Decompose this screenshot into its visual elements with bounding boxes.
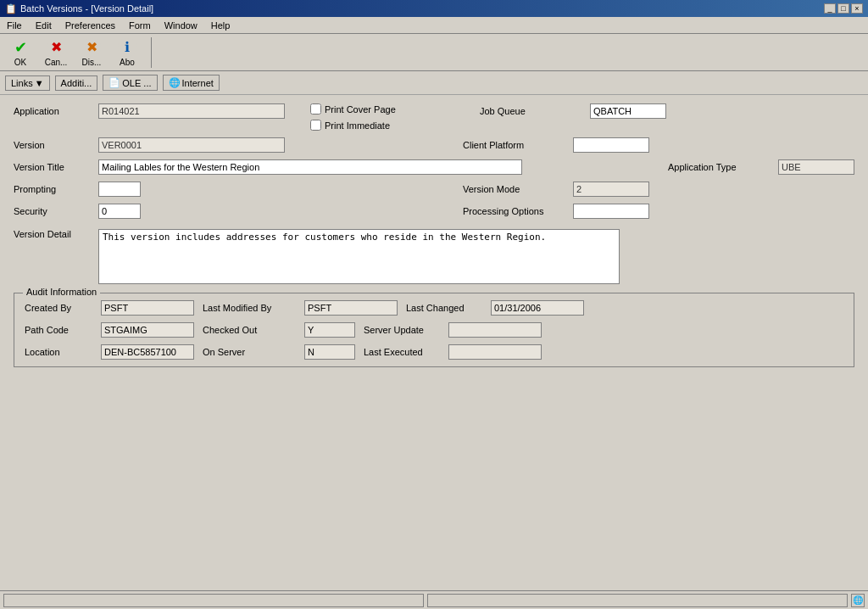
app-icon: 📋 <box>5 3 17 14</box>
audit-section: Audit Information Created By Last Modifi… <box>14 293 854 367</box>
restore-button[interactable]: □ <box>837 3 849 14</box>
version-mode-label: Version Mode <box>463 184 573 194</box>
link-bar: Links ▼ Additi... 📄 OLE ... 🌐 Internet <box>0 71 868 95</box>
minimize-button[interactable]: _ <box>824 3 836 14</box>
version-detail-label: Version Detail <box>14 229 98 239</box>
created-by-label: Created By <box>25 303 92 313</box>
ok-button[interactable]: ✔ OK <box>5 36 36 69</box>
about-icon: ℹ <box>118 38 136 57</box>
cancel-button[interactable]: ✖ Can... <box>41 36 71 69</box>
job-queue-input[interactable] <box>590 103 666 119</box>
prompting-label: Prompting <box>14 184 98 194</box>
path-code-label: Path Code <box>25 325 92 335</box>
window-title: Batch Versions - [Version Detail] <box>20 3 153 14</box>
created-by-input[interactable] <box>101 300 194 316</box>
prompting-input[interactable] <box>98 182 141 197</box>
version-title-label: Version Title <box>14 162 98 172</box>
version-detail-textarea[interactable] <box>98 229 620 284</box>
print-cover-label: Print Cover Page <box>325 104 396 115</box>
version-mode-input[interactable] <box>573 182 649 197</box>
last-modified-by-label: Last Modified By <box>203 303 296 313</box>
ok-icon: ✔ <box>11 38 30 57</box>
title-bar: 📋 Batch Versions - [Version Detail] _ □ … <box>0 0 868 17</box>
ole-label: OLE ... <box>122 78 151 88</box>
menu-help[interactable]: Help <box>208 20 234 31</box>
status-bar: 🌐 <box>0 590 868 609</box>
title-bar-left: 📋 Batch Versions - [Version Detail] <box>5 3 153 14</box>
version-input[interactable] <box>98 137 285 153</box>
server-update-input[interactable] <box>448 322 542 338</box>
menu-preferences[interactable]: Preferences <box>62 20 119 31</box>
main-content: Application Print Cover Page Print Immed… <box>0 95 868 590</box>
checked-out-input[interactable] <box>304 322 355 338</box>
application-label: Application <box>14 106 98 116</box>
on-server-label: On Server <box>203 347 296 357</box>
menu-file[interactable]: File <box>3 20 25 31</box>
print-immediate-checkbox[interactable] <box>310 120 321 131</box>
server-update-label: Server Update <box>364 325 440 335</box>
print-cover-row: Print Cover Page <box>310 103 463 115</box>
discard-icon: ✖ <box>82 38 101 57</box>
internet-label: Internet <box>182 78 214 88</box>
job-queue-label: Job Queue <box>480 106 590 116</box>
links-button[interactable]: Links ▼ <box>5 75 50 91</box>
application-input[interactable] <box>98 103 285 119</box>
internet-icon: 🌐 <box>169 77 181 88</box>
audit-row-2: Path Code Checked Out Server Update <box>25 322 843 338</box>
processing-options-input[interactable] <box>573 204 649 219</box>
version-label: Version <box>14 140 98 150</box>
on-server-input[interactable] <box>304 344 355 360</box>
last-changed-input[interactable] <box>491 300 584 316</box>
print-immediate-row: Print Immediate <box>310 120 463 131</box>
security-input[interactable] <box>98 204 141 219</box>
last-executed-input[interactable] <box>448 344 542 360</box>
checkbox-group: Print Cover Page Print Immediate <box>310 103 463 131</box>
checked-out-label: Checked Out <box>203 325 296 335</box>
location-label: Location <box>25 347 92 357</box>
menu-edit[interactable]: Edit <box>32 20 55 31</box>
processing-options-label: Processing Options <box>463 206 573 216</box>
links-arrow-icon: ▼ <box>35 78 44 88</box>
client-platform-input[interactable] <box>573 137 649 153</box>
last-changed-label: Last Changed <box>406 303 482 313</box>
ole-button[interactable]: 📄 OLE ... <box>103 75 157 91</box>
path-code-input[interactable] <box>101 322 194 338</box>
cancel-icon: ✖ <box>47 38 65 57</box>
version-detail-row: Version Detail <box>14 229 854 284</box>
client-platform-label: Client Platform <box>463 140 573 150</box>
ole-icon: 📄 <box>108 77 120 88</box>
menu-window[interactable]: Window <box>161 20 201 31</box>
additi-button[interactable]: Additi... <box>55 75 98 91</box>
about-label: Abo <box>120 58 135 67</box>
audit-legend: Audit Information <box>23 287 100 297</box>
toolbar: ✔ OK ✖ Can... ✖ Dis... ℹ Abo <box>0 34 868 71</box>
security-label: Security <box>14 206 98 216</box>
cancel-label: Can... <box>45 58 68 67</box>
menu-bar: File Edit Preferences Form Window Help <box>0 17 868 34</box>
application-type-label: Application Type <box>668 162 778 172</box>
toolbar-separator <box>151 37 152 68</box>
last-executed-label: Last Executed <box>364 347 440 357</box>
ok-label: OK <box>14 58 26 67</box>
discard-label: Dis... <box>82 58 102 67</box>
status-panel-left <box>3 594 424 607</box>
print-immediate-label: Print Immediate <box>325 120 390 131</box>
title-bar-controls: _ □ × <box>824 3 863 14</box>
last-modified-by-input[interactable] <box>304 300 398 316</box>
about-button[interactable]: ℹ Abo <box>112 36 142 69</box>
audit-row-3: Location On Server Last Executed <box>25 344 843 360</box>
status-globe-icon: 🌐 <box>851 594 865 607</box>
status-panel-right <box>427 594 848 607</box>
print-cover-checkbox[interactable] <box>310 103 321 115</box>
close-button[interactable]: × <box>851 3 863 14</box>
internet-button[interactable]: 🌐 Internet <box>163 75 220 91</box>
discard-button[interactable]: ✖ Dis... <box>76 36 107 69</box>
additi-label: Additi... <box>61 78 92 88</box>
application-type-input[interactable] <box>778 159 854 175</box>
version-title-input[interactable] <box>98 159 522 175</box>
location-input[interactable] <box>101 344 194 360</box>
links-label: Links <box>11 78 33 88</box>
audit-row-1: Created By Last Modified By Last Changed <box>25 300 843 316</box>
menu-form[interactable]: Form <box>125 20 154 31</box>
